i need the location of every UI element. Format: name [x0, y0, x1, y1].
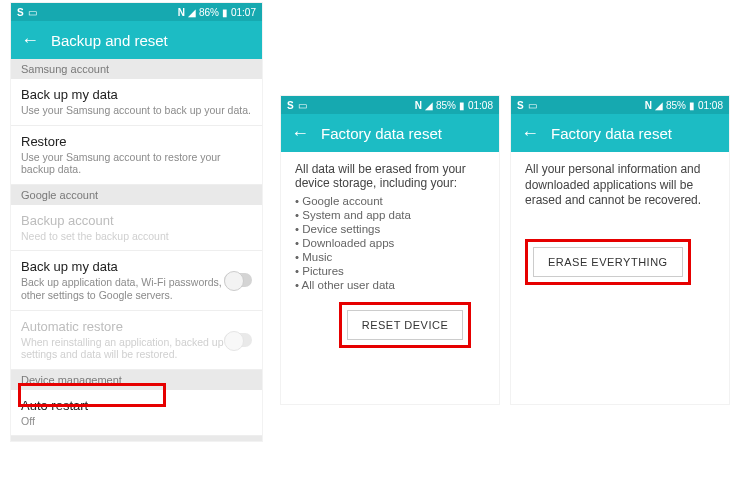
content-area: All your personal information and downlo…: [511, 152, 729, 404]
erase-bullet-list: Google account System and app data Devic…: [295, 194, 485, 292]
row-subtitle: Need to set the backup account: [21, 230, 252, 243]
action-bar: ← Factory data reset: [511, 114, 729, 152]
section-samsung-account: Samsung account: [11, 59, 262, 79]
highlight-box: RESET DEVICE: [339, 302, 472, 348]
section-device-management: Device management: [11, 370, 262, 390]
battery-pct: 86%: [199, 7, 219, 18]
status-s-icon: S: [517, 100, 524, 111]
back-icon[interactable]: ←: [521, 123, 539, 144]
list-item: Google account: [295, 194, 485, 208]
intro-text: All your personal information and downlo…: [525, 162, 715, 209]
row-subtitle: Use your Samsung account to restore your…: [21, 151, 252, 176]
erase-everything-button[interactable]: ERASE EVERYTHING: [533, 247, 683, 277]
status-rect-icon: ▭: [298, 100, 307, 111]
clock: 01:08: [698, 100, 723, 111]
reset-device-button[interactable]: RESET DEVICE: [347, 310, 464, 340]
status-n-icon: N: [645, 100, 652, 111]
battery-pct: 85%: [666, 100, 686, 111]
row-title: Back up my data: [21, 259, 252, 274]
row-subtitle: Off: [21, 415, 252, 428]
content-area: All data will be erased from your device…: [281, 152, 499, 404]
battery-pct: 85%: [436, 100, 456, 111]
row-subtitle: Use your Samsung account to back up your…: [21, 104, 252, 117]
status-n-icon: N: [415, 100, 422, 111]
row-subtitle: When reinstalling an application, backed…: [21, 336, 252, 361]
row-title: Backup account: [21, 213, 252, 228]
row-restore-samsung[interactable]: Restore Use your Samsung account to rest…: [11, 126, 262, 185]
row-subtitle: Back up application data, Wi-Fi password…: [21, 276, 252, 301]
battery-icon: ▮: [689, 100, 695, 111]
signal-icon: ◢: [425, 100, 433, 111]
status-bar: S ▭ N ◢ 85% ▮ 01:08: [281, 96, 499, 114]
row-backup-account: Backup account Need to set the backup ac…: [11, 205, 262, 252]
list-item: All other user data: [295, 278, 485, 292]
section-google-account: Google account: [11, 185, 262, 205]
screen-title: Factory data reset: [551, 125, 672, 142]
phone-screen-3: S ▭ N ◢ 85% ▮ 01:08 ← Factory data reset…: [510, 95, 730, 405]
row-title: Restore: [21, 134, 252, 149]
status-n-icon: N: [178, 7, 185, 18]
status-s-icon: S: [287, 100, 294, 111]
signal-icon: ◢: [188, 7, 196, 18]
row-backup-my-data-samsung[interactable]: Back up my data Use your Samsung account…: [11, 79, 262, 126]
status-bar: S ▭ N ◢ 85% ▮ 01:08: [511, 96, 729, 114]
screen-title: Factory data reset: [321, 125, 442, 142]
row-title: Automatic restore: [21, 319, 252, 334]
list-item: Downloaded apps: [295, 236, 485, 250]
toggle-automatic-restore: [224, 333, 252, 347]
clock: 01:08: [468, 100, 493, 111]
back-icon[interactable]: ←: [21, 30, 39, 51]
list-item: System and app data: [295, 208, 485, 222]
row-backup-my-data-google[interactable]: Back up my data Back up application data…: [11, 251, 262, 310]
intro-text: All data will be erased from your device…: [295, 162, 485, 190]
action-bar: ← Backup and reset: [11, 21, 262, 59]
action-bar: ← Factory data reset: [281, 114, 499, 152]
row-title: Auto restart: [21, 398, 252, 413]
status-rect-icon: ▭: [28, 7, 37, 18]
back-icon[interactable]: ←: [291, 123, 309, 144]
battery-icon: ▮: [222, 7, 228, 18]
clock: 01:07: [231, 7, 256, 18]
status-rect-icon: ▭: [528, 100, 537, 111]
phone-screen-2: S ▭ N ◢ 85% ▮ 01:08 ← Factory data reset…: [280, 95, 500, 405]
battery-icon: ▮: [459, 100, 465, 111]
screen-title: Backup and reset: [51, 32, 168, 49]
signal-icon: ◢: [655, 100, 663, 111]
list-item: Pictures: [295, 264, 485, 278]
highlight-box: ERASE EVERYTHING: [525, 239, 691, 285]
phone-screen-1: S ▭ N ◢ 86% ▮ 01:07 ← Backup and reset S…: [10, 2, 263, 442]
status-s-icon: S: [17, 7, 24, 18]
settings-list[interactable]: Samsung account Back up my data Use your…: [11, 59, 262, 441]
list-item: Device settings: [295, 222, 485, 236]
row-auto-restart[interactable]: Auto restart Off: [11, 390, 262, 437]
list-item: Music: [295, 250, 485, 264]
row-title: Back up my data: [21, 87, 252, 102]
status-bar: S ▭ N ◢ 86% ▮ 01:07: [11, 3, 262, 21]
section-reset: Reset: [11, 436, 262, 441]
row-automatic-restore: Automatic restore When reinstalling an a…: [11, 311, 262, 370]
toggle-backup-my-data[interactable]: [224, 273, 252, 287]
